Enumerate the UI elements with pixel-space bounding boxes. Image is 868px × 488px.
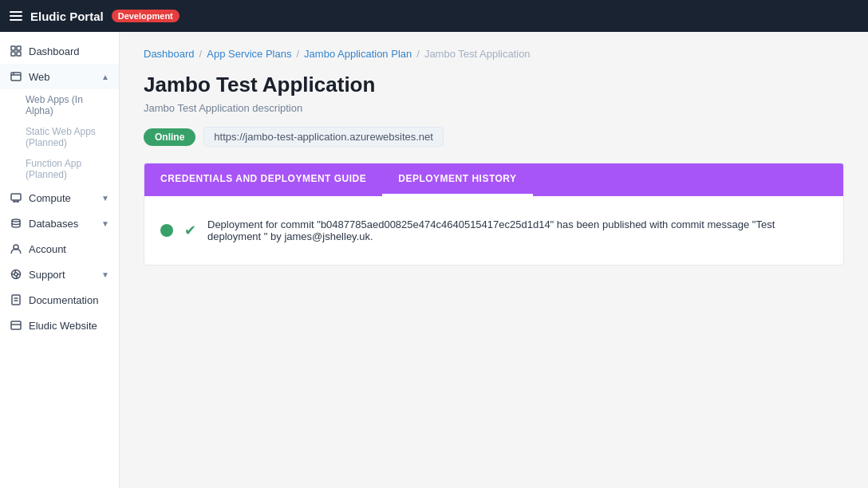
sidebar-item-dashboard[interactable]: Dashboard: [0, 38, 119, 64]
tab-credentials[interactable]: CREDENTIALS AND DEPLOYMENT GUIDE: [144, 163, 382, 196]
grid-icon: [10, 45, 22, 57]
sidebar-item-eludic-website[interactable]: Eludic Website: [0, 313, 119, 338]
sidebar-label-databases: Databases: [29, 218, 95, 230]
sidebar-item-web[interactable]: Web ▲: [0, 64, 119, 89]
globe-icon: [10, 319, 22, 332]
sidebar-label-compute: Compute: [29, 192, 95, 204]
sidebar-item-support[interactable]: Support ▼: [0, 262, 119, 287]
sidebar-label-support: Support: [29, 269, 95, 281]
breadcrumb-dashboard[interactable]: Dashboard: [144, 48, 195, 60]
breadcrumb-sep-1: /: [199, 48, 203, 60]
sidebar-item-compute[interactable]: Compute ▼: [0, 185, 119, 211]
deployment-status-dot: [160, 224, 173, 237]
status-row: Online https://jambo-test-application.az…: [144, 127, 844, 147]
main-content: Dashboard / App Service Plans / Jambo Ap…: [120, 32, 868, 488]
sidebar-item-databases[interactable]: Databases ▼: [0, 211, 119, 236]
svg-rect-2: [11, 52, 15, 56]
svg-rect-0: [11, 46, 15, 50]
check-circle-icon: ✔: [184, 222, 196, 239]
breadcrumb-sep-3: /: [416, 48, 420, 60]
breadcrumb-service-plans[interactable]: App Service Plans: [207, 48, 291, 60]
svg-rect-22: [11, 321, 21, 329]
svg-rect-19: [12, 295, 20, 305]
page-title: Jambo Test Application: [144, 73, 844, 97]
sidebar-label-documentation: Documentation: [29, 294, 109, 306]
sidebar-label-account: Account: [29, 243, 109, 255]
support-chevron-icon: ▼: [101, 270, 109, 279]
page-description: Jambo Test Application description: [144, 102, 844, 114]
breadcrumb-sep-2: /: [296, 48, 299, 60]
monitor-icon: [10, 191, 22, 204]
sidebar-item-static-web-apps[interactable]: Static Web Apps (Planned): [0, 121, 119, 153]
env-badge: Development: [112, 10, 180, 22]
web-chevron-icon: ▲: [101, 73, 109, 81]
svg-rect-1: [17, 46, 21, 50]
doc-icon: [10, 293, 22, 306]
navbar: Eludic Portal Development: [0, 0, 868, 32]
sidebar-label-dashboard: Dashboard: [29, 45, 109, 57]
tabs-panel: CREDENTIALS AND DEPLOYMENT GUIDE DEPLOYM…: [144, 163, 844, 266]
database-icon: [10, 217, 22, 230]
svg-rect-7: [11, 194, 21, 200]
sidebar-item-account[interactable]: Account: [0, 236, 119, 262]
svg-point-11: [12, 219, 20, 222]
sidebar: Dashboard Web ▲ Web Apps (In Alpha) Stat…: [0, 32, 120, 488]
web-icon: [10, 70, 22, 83]
svg-rect-4: [11, 73, 21, 81]
deployment-entry: ✔ Deployment for commit "b0487785aed0082…: [160, 212, 827, 249]
tab-content-deployment: ✔ Deployment for commit "b0487785aed0082…: [144, 196, 843, 265]
tabs-header: CREDENTIALS AND DEPLOYMENT GUIDE DEPLOYM…: [144, 163, 843, 196]
svg-rect-3: [17, 52, 21, 56]
web-submenu: Web Apps (In Alpha) Static Web Apps (Pla…: [0, 89, 119, 185]
sidebar-label-web: Web: [29, 71, 95, 83]
compute-chevron-icon: ▼: [101, 194, 109, 203]
account-icon: [10, 242, 22, 255]
breadcrumb: Dashboard / App Service Plans / Jambo Ap…: [144, 48, 844, 60]
sidebar-item-function-app[interactable]: Function App (Planned): [0, 153, 119, 185]
databases-chevron-icon: ▼: [101, 219, 109, 228]
sidebar-item-web-apps[interactable]: Web Apps (In Alpha): [0, 89, 119, 121]
tab-deployment-history[interactable]: DEPLOYMENT HISTORY: [382, 163, 532, 196]
breadcrumb-current: Jambo Test Application: [424, 48, 531, 60]
svg-point-14: [14, 273, 18, 276]
breadcrumb-app-plan[interactable]: Jambo Application Plan: [304, 48, 412, 60]
hamburger-button[interactable]: [10, 11, 22, 21]
deployment-message: Deployment for commit "b0487785aed00825e…: [207, 218, 827, 242]
app-title: Eludic Portal: [30, 10, 104, 23]
status-badge: Online: [144, 128, 195, 146]
sidebar-label-eludic-website: Eludic Website: [29, 320, 109, 332]
layout: Dashboard Web ▲ Web Apps (In Alpha) Stat…: [0, 32, 868, 488]
app-url[interactable]: https://jambo-test-application.azurewebs…: [203, 127, 444, 147]
support-icon: [10, 268, 22, 281]
sidebar-item-documentation[interactable]: Documentation: [0, 287, 119, 313]
